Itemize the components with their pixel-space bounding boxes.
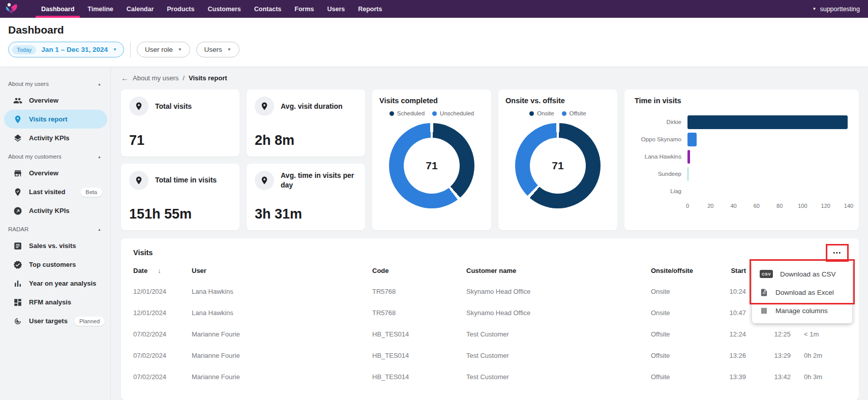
menu-item-download-as-excel[interactable]: Download as Excel bbox=[752, 283, 852, 301]
sidebar-item-activity-kpis[interactable]: Activity KPIs bbox=[4, 129, 107, 147]
cell-date: 07/02/2024 bbox=[133, 352, 192, 359]
chart-title: Onsite vs. offsite bbox=[505, 97, 610, 105]
list-icon bbox=[13, 241, 22, 251]
column-header-label: Onsite/offsite bbox=[651, 267, 693, 274]
menu-item-download-as-csv[interactable]: CSVDownload as CSV bbox=[752, 265, 852, 283]
cell-date: 12/01/2024 bbox=[133, 309, 192, 317]
sidebar-item-label: Year on year analysis bbox=[29, 280, 96, 287]
bar-lana-hawkins[interactable] bbox=[687, 150, 690, 164]
visits-completed-chart-card: Visits completedScheduledUnscheduled71 bbox=[372, 89, 491, 230]
cell-customer-name: Test Customer bbox=[466, 352, 651, 359]
nav-tab-calendar[interactable]: Calendar bbox=[120, 0, 161, 18]
legend-label: Onsite bbox=[537, 110, 554, 116]
nav-tab-timeline[interactable]: Timeline bbox=[81, 0, 119, 18]
sidebar-item-user-targets[interactable]: User targetsPlanned bbox=[4, 312, 107, 330]
bar-sundeep[interactable] bbox=[687, 167, 689, 181]
column-header-customer-name[interactable]: Customer name bbox=[466, 267, 651, 274]
date-range-label: Jan 1 – Dec 31, 2024 bbox=[41, 46, 108, 53]
chevron-down-icon: ▼ bbox=[113, 47, 117, 52]
skynamo-logo-icon[interactable] bbox=[4, 2, 19, 16]
nav-tab-products[interactable]: Products bbox=[160, 0, 201, 18]
table-options-button[interactable]: ••• bbox=[830, 247, 845, 259]
sidebar-section-header-about-my-customers[interactable]: About my customers▲ bbox=[0, 153, 110, 160]
bar-category-label: Dirkie bbox=[635, 119, 681, 125]
target-icon bbox=[13, 317, 22, 326]
menu-item-manage-columns[interactable]: Manage columns bbox=[752, 301, 852, 320]
cell-code: HB_TES014 bbox=[372, 330, 466, 338]
visits-title: Visits bbox=[133, 249, 153, 257]
filter-divider bbox=[130, 42, 131, 57]
sidebar-item-label: User targets bbox=[29, 317, 68, 325]
table-row[interactable]: 12/01/2024Lana HawkinsTR5768Skynamo Head… bbox=[133, 281, 847, 302]
back-arrow-icon[interactable]: ← bbox=[121, 74, 129, 82]
cell-user: Marianne Fourie bbox=[192, 373, 372, 381]
sidebar-item-rfm-analysis[interactable]: RFM analysis bbox=[4, 293, 107, 312]
column-header-onsite-offsite[interactable]: Onsite/offsite bbox=[651, 267, 709, 274]
kpi-value: 151h 55m bbox=[129, 206, 231, 223]
sidebar-item-activity-kpis[interactable]: Activity KPIs bbox=[4, 201, 107, 220]
chart-title: Visits completed bbox=[379, 97, 484, 105]
users-filter[interactable]: Users ▼ bbox=[196, 42, 240, 57]
collapse-arrow-icon[interactable]: ▲ bbox=[98, 228, 101, 231]
sort-descending-icon[interactable]: ↓ bbox=[158, 267, 161, 274]
column-header-user[interactable]: User bbox=[192, 267, 372, 274]
x-tick-label: 60 bbox=[754, 203, 760, 209]
table-header-row: Date↓UserCodeCustomer nameOnsite/offsite… bbox=[133, 260, 847, 281]
donut-chart: 71 bbox=[515, 123, 601, 208]
user-role-filter[interactable]: User role ▼ bbox=[137, 42, 190, 57]
sidebar-item-year-on-year-analysis[interactable]: Year on year analysis bbox=[4, 274, 107, 293]
nav-tab-users[interactable]: Users bbox=[320, 0, 351, 18]
sidebar-section-header-radar[interactable]: RADAR▲ bbox=[0, 226, 110, 232]
sidebar-item-top-customers[interactable]: Top customers bbox=[4, 255, 107, 274]
x-tick-label: 140 bbox=[844, 203, 853, 209]
table-row[interactable]: 12/01/2024Lana HawkinsTR5768Skynamo Head… bbox=[133, 302, 847, 323]
kpi-title: Avg. time in visits per day bbox=[281, 171, 357, 189]
sidebar-section-title: About my customers bbox=[8, 153, 62, 160]
sidebar-item-last-visited[interactable]: Last visitedBeta bbox=[4, 182, 107, 201]
chart-legend: ScheduledUnscheduled bbox=[379, 110, 484, 116]
nav-tab-forms[interactable]: Forms bbox=[288, 0, 320, 18]
sidebar-item-badge: Beta bbox=[80, 188, 102, 197]
collapse-arrow-icon[interactable]: ▲ bbox=[98, 82, 101, 86]
kpi-card-total-time-in-visits: Total time in visits151h 55m bbox=[121, 164, 240, 231]
legend-dot-icon bbox=[390, 111, 394, 116]
sidebar-item-sales-vs-visits[interactable]: Sales vs. visits bbox=[4, 236, 107, 255]
cell-end: 12:25 bbox=[746, 330, 791, 338]
nav-tab-reports[interactable]: Reports bbox=[351, 0, 388, 18]
sidebar-item-label: Sales vs. visits bbox=[29, 242, 76, 250]
sidebar-item-visits-report[interactable]: Visits report bbox=[4, 110, 107, 129]
bar-dirkie[interactable] bbox=[687, 115, 848, 129]
users-icon bbox=[13, 96, 22, 105]
x-tick-label: 40 bbox=[730, 203, 736, 209]
cell-code: HB_TES014 bbox=[372, 352, 466, 359]
cell-duration: < 1m bbox=[791, 330, 847, 338]
breadcrumb-parent[interactable]: About my users bbox=[133, 74, 178, 82]
column-header-date[interactable]: Date↓ bbox=[133, 267, 192, 274]
date-range-filter[interactable]: Today Jan 1 – Dec 31, 2024 ▼ bbox=[8, 42, 124, 57]
collapse-arrow-icon[interactable]: ▲ bbox=[98, 155, 101, 159]
column-header-label: Date bbox=[133, 267, 147, 274]
user-menu[interactable]: ▼ supporttesting bbox=[813, 6, 860, 13]
sidebar-item-overview[interactable]: Overview bbox=[4, 91, 107, 110]
legend-dot-icon bbox=[432, 111, 437, 116]
nav-tab-dashboard[interactable]: Dashboard bbox=[35, 0, 81, 18]
legend-label: Scheduled bbox=[397, 110, 425, 116]
nav-tab-customers[interactable]: Customers bbox=[201, 0, 247, 18]
nav-tab-contacts[interactable]: Contacts bbox=[248, 0, 288, 18]
bar-oppo-skynamo[interactable] bbox=[687, 133, 697, 146]
cell-duration: 0h 2m bbox=[791, 352, 847, 359]
cell-start: 13:26 bbox=[709, 352, 746, 359]
bar-track bbox=[687, 133, 849, 146]
legend-label: Unscheduled bbox=[440, 110, 474, 116]
bar-chart-icon bbox=[13, 279, 22, 288]
table-row[interactable]: 07/02/2024Marianne FourieHB_TES014Test C… bbox=[133, 366, 847, 387]
column-header-label: Customer name bbox=[466, 267, 516, 274]
column-header-start[interactable]: Start bbox=[709, 267, 746, 274]
sidebar-item-overview[interactable]: Overview bbox=[4, 164, 107, 182]
sidebar-section-header-about-my-users[interactable]: About my users▲ bbox=[0, 81, 110, 87]
table-row[interactable]: 07/02/2024Marianne FourieHB_TES014Test C… bbox=[133, 345, 847, 366]
column-header-code[interactable]: Code bbox=[372, 267, 466, 274]
sidebar-section-title: RADAR bbox=[8, 226, 28, 232]
table-row[interactable]: 07/02/2024Marianne FourieHB_TES014Test C… bbox=[133, 323, 847, 345]
kpi-card-top: Total time in visits bbox=[129, 171, 231, 190]
